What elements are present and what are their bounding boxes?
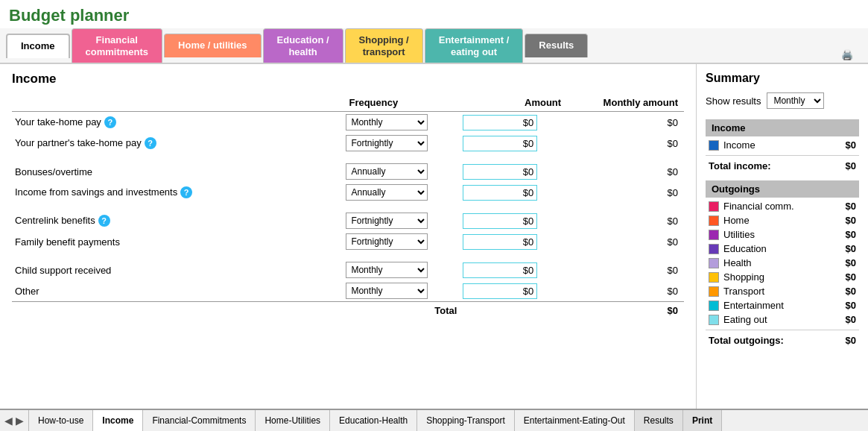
amount-input[interactable]: [463, 234, 537, 250]
summary-outgoings-item: Financial comm. $0: [706, 199, 859, 213]
help-icon[interactable]: ?: [145, 137, 156, 149]
bottom-tab-financial-commitments[interactable]: Financial-Commitments: [143, 410, 256, 431]
amount-cell: [460, 210, 567, 231]
monthly-amount-cell: $0: [567, 210, 684, 231]
frequency-select[interactable]: MonthlyFortnightlyAnnuallyWeekly: [346, 262, 428, 278]
table-row: OtherMonthlyFortnightlyAnnuallyWeekly$0: [12, 280, 684, 302]
summary-item-value: $0: [846, 229, 856, 240]
summary-color-box: [709, 272, 719, 283]
frequency-cell: MonthlyFortnightlyAnnuallyWeekly: [343, 280, 460, 302]
amount-cell: [460, 259, 567, 280]
monthly-value: $0: [668, 138, 678, 149]
bottom-tab-entertainment-eating-out[interactable]: Entertainment-Eating-Out: [515, 410, 635, 431]
table-row: Your take-home pay?MonthlyFortnightlyAnn…: [12, 112, 684, 133]
monthly-value: $0: [668, 166, 678, 177]
amount-cell: [460, 182, 567, 203]
help-icon[interactable]: ?: [98, 215, 110, 227]
row-label-cell: Income from savings and investments?: [12, 182, 343, 203]
app-title: Budget planner: [9, 6, 859, 25]
summary-outgoings-item: Shopping $0: [706, 270, 859, 284]
monthly-amount-cell: $0: [567, 231, 684, 252]
table-row: Your partner's take-home pay?MonthlyFort…: [12, 133, 684, 154]
help-icon[interactable]: ?: [104, 116, 116, 128]
row-label: Family benefit payments: [15, 236, 120, 248]
main-layout: Income Frequency Amount Monthly amount Y…: [0, 64, 868, 409]
amount-input[interactable]: [463, 136, 537, 151]
summary-outgoings-item: Home $0: [706, 213, 859, 227]
amount-input[interactable]: [463, 164, 537, 180]
monthly-amount-cell: $0: [567, 112, 684, 133]
monthly-value: $0: [668, 286, 678, 297]
summary-item-label: Entertainment: [723, 300, 846, 311]
tab-entertainment-eating-out[interactable]: Entertainment /eating out: [425, 28, 524, 63]
bottom-tab-results-bot[interactable]: Results: [635, 410, 683, 431]
table-row: Child support receivedMonthlyFortnightly…: [12, 259, 684, 280]
amount-input[interactable]: [463, 115, 537, 130]
summary-item-value: $0: [846, 271, 856, 283]
amount-input[interactable]: [463, 213, 537, 229]
frequency-select[interactable]: MonthlyFortnightlyAnnuallyWeekly: [346, 184, 428, 201]
total-label: Total: [12, 302, 460, 319]
bottom-tab-education-health[interactable]: Education-Health: [330, 410, 417, 431]
bottom-tab-income-bot[interactable]: Income: [93, 410, 143, 431]
summary-income-total: Total income: $0: [706, 155, 859, 173]
summary-item-value: $0: [846, 215, 856, 226]
amount-input[interactable]: [463, 185, 537, 201]
tab-financial-commitments[interactable]: Financialcommitments: [72, 28, 163, 63]
summary-color-box: [709, 301, 719, 311]
frequency-select[interactable]: MonthlyFortnightlyAnnuallyWeekly: [346, 283, 428, 299]
show-results-select[interactable]: Monthly Annually Weekly: [767, 92, 824, 109]
tab-results[interactable]: Results: [525, 34, 588, 57]
summary-item-value: $0: [846, 286, 856, 297]
income-table: Frequency Amount Monthly amount Your tak…: [12, 94, 684, 318]
show-results-label: Show results: [706, 95, 761, 107]
summary-outgoings-item: Entertainment $0: [706, 298, 859, 312]
nav-arrow-right[interactable]: ▶: [14, 415, 25, 427]
frequency-select[interactable]: MonthlyFortnightlyAnnuallyWeekly: [346, 114, 428, 130]
row-label-cell: Bonuses/overtime: [12, 161, 343, 182]
bottom-tab-home-utilities[interactable]: Home-Utilities: [256, 410, 330, 431]
summary-item-value: $0: [846, 300, 856, 311]
summary-item-value: $0: [846, 257, 856, 268]
app-header: Budget planner: [0, 0, 868, 28]
bottom-tab-shopping-transport[interactable]: Shopping-Transport: [417, 410, 515, 431]
summary-income-total-label: Total income:: [709, 160, 771, 172]
frequency-cell: MonthlyFortnightlyAnnuallyWeekly: [343, 133, 460, 154]
summary-outgoings-item: Utilities $0: [706, 227, 859, 242]
tab-education-health[interactable]: Education /health: [263, 28, 343, 63]
amount-input[interactable]: [463, 262, 537, 278]
frequency-select[interactable]: MonthlyFortnightlyAnnuallyWeekly: [346, 233, 428, 250]
summary-outgoings-total-value: $0: [846, 335, 856, 346]
frequency-select[interactable]: MonthlyFortnightlyAnnuallyWeekly: [346, 213, 428, 229]
col-frequency: Frequency: [343, 94, 460, 112]
help-icon[interactable]: ?: [180, 186, 192, 198]
tab-home-utilities[interactable]: Home / utilities: [164, 34, 261, 57]
frequency-select[interactable]: MonthlyFortnightlyAnnuallyWeekly: [346, 163, 428, 180]
summary-item-label: Income: [723, 139, 846, 151]
frequency-select[interactable]: MonthlyFortnightlyAnnuallyWeekly: [346, 135, 428, 151]
row-label-cell: Child support received: [12, 259, 343, 280]
row-label-cell: Family benefit payments: [12, 231, 343, 252]
summary-outgoings-section: Outgoings Financial comm. $0 Home $0 Uti…: [706, 180, 859, 347]
print-icon: 🖨️: [841, 49, 853, 60]
summary-outgoings-item: Transport $0: [706, 284, 859, 298]
amount-input[interactable]: [463, 283, 537, 299]
monthly-value: $0: [668, 265, 678, 276]
row-label: Your take-home pay: [15, 116, 101, 128]
bottom-tab-how-to-use[interactable]: How-to-use: [29, 410, 93, 431]
summary-income-item: Income $0: [706, 138, 859, 152]
summary-outgoings-header: Outgoings: [706, 180, 859, 198]
show-results-row: Show results Monthly Annually Weekly: [706, 92, 859, 109]
row-label: Bonuses/overtime: [15, 166, 92, 177]
tab-shopping-transport[interactable]: Shopping /transport: [345, 28, 423, 63]
amount-cell: [460, 280, 567, 302]
summary-income-items: Income $0: [706, 138, 859, 152]
tab-income[interactable]: Income: [6, 34, 70, 58]
summary-item-value: $0: [846, 139, 856, 151]
bottom-tab-print-bot[interactable]: Print: [683, 410, 722, 431]
row-label: Your partner's take-home pay: [15, 137, 142, 148]
summary-item-label: Transport: [723, 286, 846, 297]
print-button[interactable]: 🖨️: [841, 43, 853, 63]
col-monthly-amount: Monthly amount: [567, 94, 684, 112]
nav-arrow-left[interactable]: ◀: [3, 415, 14, 427]
